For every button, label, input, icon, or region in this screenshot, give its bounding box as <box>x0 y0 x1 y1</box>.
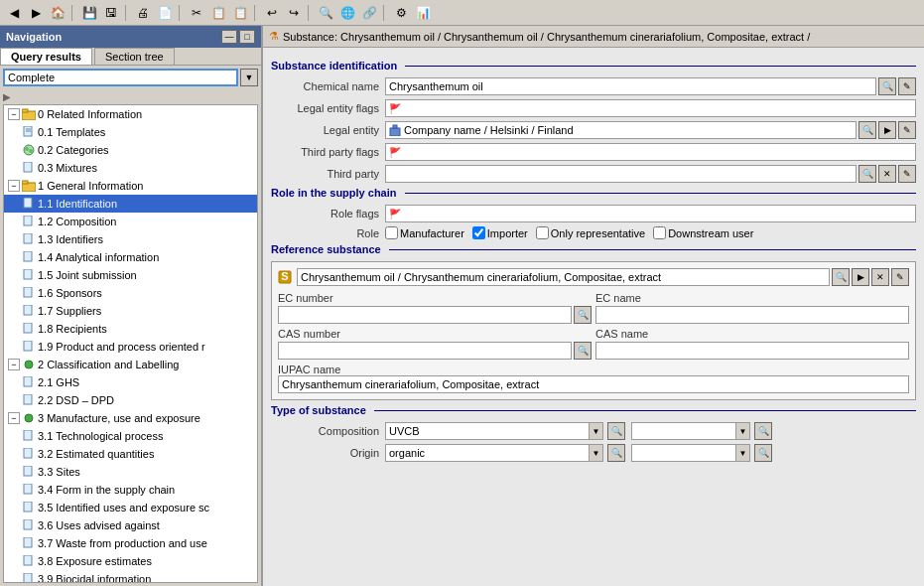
web-button[interactable]: 🌐 <box>337 3 357 23</box>
chemical-name-edit-btn[interactable]: ✎ <box>898 77 916 95</box>
tree-item-0[interactable]: − 0 Related Information <box>4 105 257 123</box>
third-party-edit-btn[interactable]: ✎ <box>898 165 916 183</box>
legal-entity-edit-btn[interactable]: ✎ <box>898 121 916 139</box>
home-button[interactable]: 🏠 <box>48 3 67 23</box>
composition-extra-btn[interactable]: 🔍 <box>607 422 625 440</box>
tab-section-tree[interactable]: Section tree <box>94 48 175 65</box>
legal-entity-search-btn[interactable]: 🔍 <box>858 121 876 139</box>
ec-name-input[interactable] <box>595 306 909 324</box>
chemical-name-search-btn[interactable]: 🔍 <box>878 77 896 95</box>
tree-item-1-5[interactable]: 1.5 Joint submission <box>4 266 257 284</box>
iupac-input[interactable] <box>278 375 909 393</box>
chart-button[interactable]: 📊 <box>413 3 433 23</box>
third-party-flags-input[interactable]: 🚩 <box>385 143 916 161</box>
origin-right-select[interactable] <box>631 444 736 462</box>
navigation-tree[interactable]: − 0 Related Information 0.1 Templates <box>3 104 258 583</box>
tree-item-1-3[interactable]: 1.3 Identifiers <box>4 230 257 248</box>
tree-item-1-9[interactable]: 1.9 Product and process oriented r <box>4 338 257 356</box>
tree-item-3-7[interactable]: 3.7 Waste from production and use <box>4 534 257 552</box>
cb-only-rep: Only representative <box>536 226 645 239</box>
legal-entity-nav-btn[interactable]: ▶ <box>878 121 896 139</box>
origin-select[interactable]: organic <box>385 444 590 462</box>
tree-item-2-2[interactable]: 2.2 DSD – DPD <box>4 391 257 409</box>
cas-name-input[interactable] <box>595 342 909 360</box>
composition-select[interactable]: UVCB <box>385 422 590 440</box>
tree-item-3-8[interactable]: 3.8 Exposure estimates <box>4 552 257 570</box>
composition-right-dropdown-btn[interactable]: ▼ <box>736 422 750 440</box>
ref-substance-clear-btn[interactable]: ✕ <box>871 268 889 286</box>
forward-button[interactable]: ▶ <box>26 3 46 23</box>
ref-substance-input[interactable] <box>297 268 830 286</box>
cb-downstream-input[interactable] <box>653 226 666 239</box>
origin-dropdown-btn[interactable]: ▼ <box>590 444 603 462</box>
tree-item-3-2[interactable]: 3.2 Estimated quantities <box>4 445 257 463</box>
tree-item-0-3[interactable]: 0.3 Mixtures <box>4 159 257 177</box>
tree-item-3-1[interactable]: 3.1 Technological process <box>4 427 257 445</box>
ec-number-search-btn[interactable]: 🔍 <box>574 306 592 324</box>
composition-right-select[interactable] <box>631 422 736 440</box>
cas-number-search-btn[interactable]: 🔍 <box>574 342 592 360</box>
search-toolbar-button[interactable]: 🔍 <box>316 3 335 23</box>
tree-item-1-2[interactable]: 1.2 Composition <box>4 213 257 230</box>
undo-button[interactable]: ↩ <box>262 3 282 23</box>
tree-item-1-1[interactable]: 1.1 Identification <box>4 195 257 213</box>
tree-item-3-9[interactable]: 3.9 Biocidal information <box>4 570 257 583</box>
tree-item-1-6[interactable]: 1.6 Sponsors <box>4 284 257 302</box>
cut-button[interactable]: ✂ <box>187 3 206 23</box>
tree-item-1-4[interactable]: 1.4 Analytical information <box>4 248 257 266</box>
cb-only-rep-input[interactable] <box>536 226 549 239</box>
icon-3-5 <box>22 501 36 514</box>
expand-2[interactable]: − <box>8 359 20 370</box>
ec-number-input[interactable] <box>278 306 572 324</box>
ref-substance-edit-btn[interactable]: ✎ <box>891 268 909 286</box>
ref-substance-nav-btn[interactable]: ▶ <box>852 268 869 286</box>
tab-query-results[interactable]: Query results <box>0 48 92 65</box>
link-button[interactable]: 🔗 <box>359 3 379 23</box>
print2-button[interactable]: 📄 <box>155 3 175 23</box>
settings-button[interactable]: ⚙ <box>391 3 411 23</box>
legal-entity-input[interactable]: Company name / Helsinki / Finland <box>385 121 857 139</box>
copy-button[interactable]: 📋 <box>208 3 228 23</box>
paste-button[interactable]: 📋 <box>230 3 250 23</box>
origin-right-dropdown-btn[interactable]: ▼ <box>736 444 750 462</box>
legal-entity-flags-input[interactable]: 🚩 <box>385 99 916 117</box>
save-all-button[interactable]: 🖫 <box>101 3 121 23</box>
tree-item-3-5[interactable]: 3.5 Identified uses and exposure sc <box>4 499 257 516</box>
third-party-input[interactable] <box>385 165 857 183</box>
tree-item-3-3[interactable]: 3.3 Sites <box>4 463 257 481</box>
chemical-name-input[interactable] <box>385 77 876 95</box>
cas-number-input[interactable] <box>278 342 572 360</box>
tree-item-0-2[interactable]: 0.2 Categories <box>4 141 257 159</box>
role-flags-input[interactable]: 🚩 <box>385 205 916 222</box>
tree-item-2[interactable]: − 2 Classification and Labelling <box>4 356 257 373</box>
expand-0[interactable]: − <box>8 108 20 120</box>
composition-dropdown-btn[interactable]: ▼ <box>590 422 603 440</box>
back-button[interactable]: ◀ <box>4 3 24 23</box>
svg-rect-14 <box>24 251 32 261</box>
tree-item-3-4[interactable]: 3.4 Form in the supply chain <box>4 481 257 499</box>
tree-item-3[interactable]: − 3 Manufacture, use and exposure <box>4 409 257 427</box>
composition-right-extra-btn[interactable]: 🔍 <box>754 422 772 440</box>
redo-button[interactable]: ↪ <box>284 3 304 23</box>
cb-importer-input[interactable] <box>472 226 485 239</box>
origin-extra-btn[interactable]: 🔍 <box>607 444 625 462</box>
tree-item-0-1[interactable]: 0.1 Templates <box>4 123 257 141</box>
save-button[interactable]: 💾 <box>79 3 99 23</box>
search-input[interactable] <box>3 69 238 86</box>
expand-1[interactable]: − <box>8 180 20 192</box>
panel-maximize-button[interactable]: □ <box>239 30 255 44</box>
tree-item-1-7[interactable]: 1.7 Suppliers <box>4 302 257 320</box>
cb-manufacturer-input[interactable] <box>385 226 398 239</box>
third-party-search-btn[interactable]: 🔍 <box>858 165 876 183</box>
ref-substance-search-btn[interactable]: 🔍 <box>832 268 850 286</box>
tree-item-2-1[interactable]: 2.1 GHS <box>4 373 257 391</box>
origin-right-extra-btn[interactable]: 🔍 <box>754 444 772 462</box>
print-button[interactable]: 🖨 <box>133 3 153 23</box>
third-party-clear-btn[interactable]: ✕ <box>878 165 896 183</box>
expand-3[interactable]: − <box>8 412 20 424</box>
tree-item-1[interactable]: − 1 General Information <box>4 177 257 195</box>
search-down-button[interactable]: ▼ <box>240 69 258 86</box>
tree-item-3-6[interactable]: 3.6 Uses advised against <box>4 516 257 534</box>
tree-item-1-8[interactable]: 1.8 Recipients <box>4 320 257 338</box>
panel-minimize-button[interactable]: — <box>221 30 237 44</box>
